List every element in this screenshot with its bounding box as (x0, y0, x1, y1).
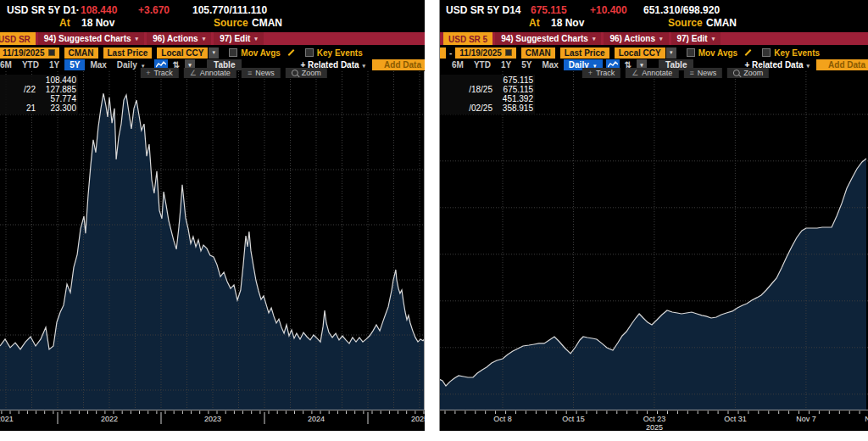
currency-dropdown-icon[interactable] (666, 47, 676, 59)
zoom-button[interactable]: Zoom (727, 68, 769, 78)
last-price: 108.440 (81, 4, 117, 16)
x-tick-label: Oct 31 (724, 415, 747, 423)
source-label: Source (668, 17, 703, 29)
chart-toolbar: - 11/19/2025 CMAN Last Price Local CCY M… (440, 47, 868, 59)
legend-high-date: /22 (0, 85, 36, 94)
edit-menu[interactable]: 97) Edit (671, 32, 721, 45)
key-events-label[interactable]: Key Events (317, 48, 363, 58)
legend-average-value: 57.774 (36, 94, 76, 103)
pencil-icon[interactable] (745, 49, 752, 56)
currency-field[interactable]: Local CCY (615, 47, 665, 59)
date-field[interactable]: 11/19/2025 (455, 47, 516, 59)
security-info-line2: At 18 Nov Source CMAN (0, 17, 425, 29)
suggested-charts-menu[interactable]: 94) Suggested Charts (38, 32, 144, 45)
x-tick-label: 2022 (101, 415, 118, 423)
tab-6m[interactable]: 6M (447, 59, 469, 70)
price-change: +3.670 (138, 4, 170, 16)
price-type-field[interactable]: Last Price (560, 47, 609, 59)
actions-menu[interactable]: 96) Actions (604, 32, 668, 45)
source-label: Source (214, 17, 248, 29)
tab-5y[interactable]: 5Y (64, 59, 85, 70)
tab-max[interactable]: Max (85, 59, 111, 70)
x-tick-label: 2024 (308, 415, 325, 423)
source-field[interactable]: CMAN (521, 47, 555, 59)
tab-ytd[interactable]: YTD (17, 59, 44, 70)
currency-dropdown-icon[interactable] (209, 47, 219, 59)
legend-last-label (0, 75, 36, 85)
legend-low-value: 23.300 (36, 103, 76, 113)
news-lines-icon: ≡ (248, 69, 252, 77)
track-button[interactable]: +Track (582, 68, 620, 78)
news-button[interactable]: ≡News (242, 68, 281, 78)
at-label: At (529, 17, 540, 29)
legend-high-value: 127.885 (36, 85, 76, 94)
key-events-checkbox[interactable] (762, 48, 771, 57)
day-range: 105.770/111.110 (192, 4, 267, 16)
annotate-button[interactable]: ∠Annotate (626, 68, 678, 78)
legend-high-date: /18/25 (442, 85, 492, 94)
legend-low-date: /02/25 (442, 103, 492, 113)
at-date: 18 Nov (81, 17, 114, 29)
ticker-input[interactable]: USD SR 5 (443, 32, 492, 45)
function-menu-bar: USD SR 94) Suggested Charts 96) Actions … (0, 32, 425, 45)
x-tick-label: Oct 15 (562, 415, 585, 423)
chart-tools-row: +Track ∠Annotate ≡News Zoom (140, 68, 326, 78)
source-field[interactable]: CMAN (64, 47, 98, 59)
legend-high-value: 675.115 (492, 85, 533, 94)
legend-last-value: 675.115 (492, 75, 533, 85)
day-range: 651.310/698.920 (643, 4, 720, 16)
add-data-button[interactable]: Add Data (372, 59, 425, 70)
chart-panel-right: Oct 8Oct 15Oct 23Oct 31Nov 7Nov 142025 U… (439, 0, 868, 431)
x-tick-label: Nov 7 (796, 415, 816, 423)
zoom-button[interactable]: Zoom (286, 68, 327, 78)
security-ticker: USD SR 5Y D14 (446, 4, 520, 16)
mov-avgs-checkbox[interactable] (687, 48, 695, 57)
security-info-line: USD SR 5Y D1· 108.440 +3.670 105.770/111… (0, 4, 425, 16)
annotate-button[interactable]: ∠Annotate (184, 68, 236, 78)
mov-avgs-checkbox[interactable] (229, 48, 237, 57)
mov-avgs-label[interactable]: Mov Avgs (698, 48, 738, 58)
tab-max[interactable]: Max (537, 59, 563, 70)
annotate-pencil-icon: ∠ (190, 69, 197, 77)
mov-avgs-label[interactable]: Mov Avgs (241, 48, 281, 58)
security-ticker: USD SR 5Y D1· (7, 4, 80, 16)
key-events-label[interactable]: Key Events (774, 48, 820, 58)
news-button[interactable]: ≡News (683, 68, 722, 78)
legend-average-label (0, 94, 36, 103)
chart-legend: 675.115 /18/25675.115 451.392 /02/25358.… (440, 75, 535, 114)
start-date-field-clipped[interactable] (440, 47, 446, 59)
source-value: CMAN (706, 17, 737, 29)
ticker-input[interactable]: USD SR (0, 32, 36, 45)
chart-legend: 108.440 /22127.885 57.774 2123.300 (0, 75, 78, 114)
add-data-button[interactable]: Add Data (816, 59, 868, 70)
magnifier-icon (733, 70, 740, 76)
actions-menu[interactable]: 96) Actions (147, 32, 211, 45)
calendar-icon[interactable] (505, 49, 512, 56)
date-field[interactable]: 11/19/2025 (0, 47, 59, 59)
security-info-line2: At 18 Nov Source CMAN (440, 17, 868, 29)
x-tick-label: Oct 23 (643, 415, 666, 423)
pencil-icon[interactable] (287, 49, 294, 56)
x-tick-label: Oct 8 (493, 415, 512, 423)
price-type-field[interactable]: Last Price (103, 47, 153, 59)
x-tick-label: 2025 (411, 415, 425, 423)
last-price: 675.115 (531, 4, 567, 16)
x-axis-year-label: 2025 (646, 423, 663, 431)
tab-6m[interactable]: 6M (0, 59, 17, 70)
currency-field[interactable]: Local CCY (157, 47, 208, 59)
suggested-charts-menu[interactable]: 94) Suggested Charts (495, 32, 601, 45)
tab-ytd[interactable]: YTD (469, 59, 496, 70)
news-lines-icon: ≡ (689, 69, 693, 77)
chart-tools-row: +Track ∠Annotate ≡News Zoom (582, 68, 769, 78)
tab-1y[interactable]: 1Y (496, 59, 516, 70)
area-fill (440, 159, 866, 410)
bloomberg-dual-chart-screen: 20212022202320242025 USD SR 5Y D1· 108.4… (0, 0, 868, 441)
tab-5y[interactable]: 5Y (516, 59, 537, 70)
legend-average-label (442, 94, 492, 103)
track-button[interactable]: +Track (140, 68, 178, 78)
calendar-icon[interactable] (48, 49, 55, 56)
edit-menu[interactable]: 97) Edit (214, 32, 264, 45)
tab-1y[interactable]: 1Y (44, 59, 64, 70)
key-events-checkbox[interactable] (305, 48, 314, 57)
at-date: 18 Nov (551, 17, 584, 29)
